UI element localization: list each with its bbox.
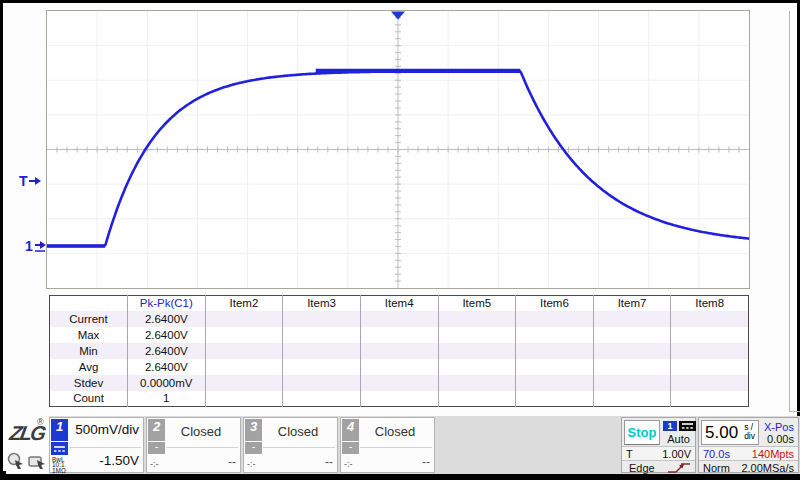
oscilloscope-screen: T 1 Pk-Pk(C1)Item2Item3Item4Item5Item6It… <box>0 0 800 480</box>
trigger-level-marker[interactable]: T <box>19 173 42 189</box>
channel1-marker-label: 1 <box>25 238 33 254</box>
meas-value <box>671 359 749 375</box>
meas-value <box>516 391 594 407</box>
meas-row-label: Max <box>50 327 128 343</box>
meas-column-item3[interactable]: Item3 <box>283 296 361 311</box>
xpos-label: X-Pos <box>764 421 794 433</box>
meas-row-label: Current <box>50 311 128 327</box>
meas-value: 2.6400V <box>128 327 206 343</box>
channel-4-panel[interactable]: 4-Closed---:- <box>340 417 435 473</box>
meas-value <box>283 359 361 375</box>
channel-4-sub-badge: - <box>342 442 359 454</box>
channel-2-sub-badge: - <box>148 442 165 454</box>
meas-value <box>360 327 438 343</box>
meas-column-item8[interactable]: Item8 <box>671 296 749 311</box>
channel-2-badge: 2 <box>148 419 165 441</box>
channel-2-offset: -- <box>166 455 236 469</box>
meas-row-label: Count <box>50 391 128 407</box>
channel-4-status: Closed <box>360 424 430 439</box>
meas-value <box>516 311 594 327</box>
channel-4-offset: -- <box>360 455 430 469</box>
meas-value: 1 <box>128 391 206 407</box>
memory-depth: 140Mpts <box>752 448 794 460</box>
channel-divider <box>69 447 141 448</box>
meas-value <box>283 327 361 343</box>
meas-row-count: Count1 <box>50 391 749 407</box>
channel-divider <box>360 447 432 448</box>
meas-row-label: Min <box>50 343 128 359</box>
trigger-type: Edge <box>629 462 655 474</box>
meas-value <box>360 311 438 327</box>
meas-value <box>593 375 671 391</box>
channel1-ground-marker[interactable]: 1 <box>25 238 48 254</box>
channel-3-offset: -- <box>263 455 333 469</box>
meas-value <box>283 311 361 327</box>
meas-column-item5[interactable]: Item5 <box>438 296 516 311</box>
meas-row-current: Current2.6400V <box>50 311 749 327</box>
xpos-value: 0.00s <box>767 433 794 445</box>
acquisition-mode: Norm <box>703 462 730 474</box>
channel-4-corner-info: -:- <box>344 459 353 469</box>
meas-value <box>360 359 438 375</box>
meas-row-label: Stdev <box>50 375 128 391</box>
meas-value <box>516 327 594 343</box>
meas-value <box>593 327 671 343</box>
meas-column-item4[interactable]: Item4 <box>360 296 438 311</box>
channel-divider <box>166 447 238 448</box>
meas-column-item7[interactable]: Item7 <box>593 296 671 311</box>
logo-area: ZLG ® <box>6 416 49 474</box>
meas-value <box>671 327 749 343</box>
meas-column-item2[interactable]: Item2 <box>205 296 283 311</box>
trigger-type-row: Edge <box>622 460 695 473</box>
meas-value <box>438 359 516 375</box>
meas-value <box>205 359 283 375</box>
touchpad-icon[interactable] <box>28 452 46 470</box>
right-arrow-icon <box>29 176 42 186</box>
meas-value <box>593 343 671 359</box>
meas-value <box>360 375 438 391</box>
channel-3-panel[interactable]: 3-Closed---:- <box>243 417 338 473</box>
channel-3-corner-info: -:- <box>247 459 256 469</box>
meas-value <box>438 327 516 343</box>
trigger-panel[interactable]: Stop 1 Auto T 1.00V <box>621 417 696 473</box>
channel-1-offset: -1.50V <box>69 453 139 468</box>
meas-column-item6[interactable]: Item6 <box>516 296 594 311</box>
meas-value <box>283 391 361 407</box>
acquisition-status: Stop <box>628 425 657 440</box>
channel-1-coupling-icon <box>51 442 68 455</box>
meas-value <box>438 343 516 359</box>
timebase-panel[interactable]: 5.00 s / div X-Pos 0.00s 70.0s 140Mpts N… <box>698 417 799 473</box>
trigger-mode: Auto <box>662 433 695 445</box>
meas-value: 2.6400V <box>128 359 206 375</box>
channel-1-panel[interactable]: 1BwL10:11MΩ500mV/div-1.50V <box>49 417 144 473</box>
mouse-pointer-icon[interactable] <box>7 452 25 470</box>
meas-value <box>205 375 283 391</box>
meas-row-max: Max2.6400V <box>50 327 749 343</box>
trigger-level-label: T <box>19 173 28 189</box>
waveform-plot <box>46 10 750 289</box>
meas-column-pkpk-c1[interactable]: Pk-Pk(C1) <box>128 296 206 311</box>
meas-row-avg: Avg2.6400V <box>50 359 749 375</box>
meas-value <box>205 311 283 327</box>
meas-row-label: Avg <box>50 359 128 375</box>
meas-value <box>593 359 671 375</box>
meas-value <box>205 327 283 343</box>
meas-value: 0.0000mV <box>128 375 206 391</box>
channel-2-panel[interactable]: 2-Closed---:- <box>146 417 241 473</box>
meas-value <box>438 391 516 407</box>
trigger-coupling-icon <box>679 421 696 431</box>
rising-edge-icon <box>667 462 691 474</box>
record-row: 70.0s 140Mpts <box>699 446 798 460</box>
channel-4-badge: 4 <box>342 419 359 441</box>
timebase-scale-button[interactable]: 5.00 s / div <box>701 420 759 445</box>
acquisition-status-button[interactable]: Stop <box>624 420 660 445</box>
channel-1-scale: 500mV/div <box>69 422 139 437</box>
meas-row-min: Min2.6400V <box>50 343 749 359</box>
meas-value: 2.6400V <box>128 343 206 359</box>
meas-value <box>283 375 361 391</box>
meas-value <box>593 391 671 407</box>
meas-value <box>205 343 283 359</box>
channel-3-badge: 3 <box>245 419 262 441</box>
display-area: T 1 Pk-Pk(C1)Item2Item3Item4Item5Item6It… <box>3 3 797 471</box>
time-window: 70.0s <box>703 448 730 460</box>
